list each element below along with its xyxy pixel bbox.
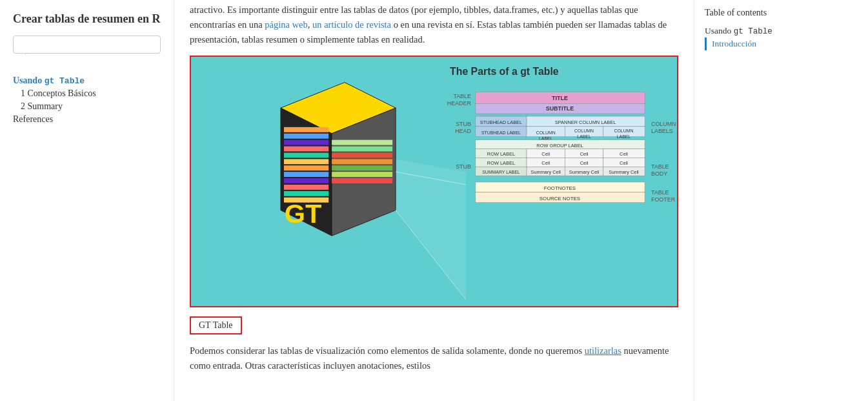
svg-text:Cell: Cell xyxy=(541,151,550,157)
svg-text:LABEL: LABEL xyxy=(577,134,591,138)
svg-text:ROW LABEL: ROW LABEL xyxy=(487,151,515,157)
svg-rect-16 xyxy=(284,190,328,196)
svg-text:SUMMARY LABEL: SUMMARY LABEL xyxy=(482,170,520,174)
svg-text:COLUMN: COLUMN xyxy=(614,128,633,132)
svg-text:STUBHEAD LABEL: STUBHEAD LABEL xyxy=(481,130,521,134)
svg-text:TABLE: TABLE xyxy=(651,163,669,170)
svg-text:STUB: STUB xyxy=(456,163,471,170)
svg-text:SUBTITLE: SUBTITLE xyxy=(546,105,574,112)
svg-rect-21 xyxy=(332,159,392,164)
svg-rect-23 xyxy=(332,172,392,177)
toc-title: Table of contents xyxy=(705,8,858,18)
svg-text:STUBHEAD LABEL: STUBHEAD LABEL xyxy=(480,119,522,125)
svg-rect-15 xyxy=(284,185,328,190)
image-caption: GT Table xyxy=(190,316,242,334)
image-caption-container: GT Table xyxy=(190,316,678,344)
sidebar-item-using-gt[interactable]: Usando gt Table xyxy=(13,74,161,87)
svg-text:GT: GT xyxy=(285,198,322,229)
svg-text:Summary Cell: Summary Cell xyxy=(609,169,639,175)
svg-text:LABELS: LABELS xyxy=(651,127,673,134)
search-wrapper xyxy=(13,36,161,64)
svg-rect-24 xyxy=(332,178,392,183)
gt-diagram-svg: The Parts of a gt Table xyxy=(191,57,677,306)
svg-text:Cell: Cell xyxy=(580,160,589,166)
svg-text:The Parts of a gt Table: The Parts of a gt Table xyxy=(450,65,559,76)
svg-rect-12 xyxy=(284,165,328,170)
svg-text:ROW LABEL: ROW LABEL xyxy=(487,160,515,166)
svg-rect-7 xyxy=(284,133,328,138)
sidebar-item-summary[interactable]: 2 Summary xyxy=(13,100,161,113)
svg-text:Summary Cell: Summary Cell xyxy=(530,169,561,175)
sidebar-item-references[interactable]: References xyxy=(13,113,161,126)
svg-text:TABLE: TABLE xyxy=(651,189,669,195)
search-input[interactable] xyxy=(13,36,161,54)
svg-text:Cell: Cell xyxy=(541,160,550,166)
svg-rect-13 xyxy=(284,172,328,177)
svg-rect-22 xyxy=(332,165,392,170)
sidebar-title: Crear tablas de resumen en R xyxy=(13,12,161,26)
svg-text:BODY: BODY xyxy=(651,170,667,177)
toc-item-using-gt[interactable]: Usando gt Table xyxy=(705,25,858,37)
svg-rect-11 xyxy=(284,159,328,164)
svg-rect-19 xyxy=(332,146,392,151)
link-articulo[interactable]: un artículo de revista xyxy=(312,19,391,30)
svg-rect-8 xyxy=(284,139,328,145)
svg-text:FOOTER: FOOTER xyxy=(651,196,676,202)
toc-item-introduccion[interactable]: Introducción xyxy=(705,37,858,50)
svg-text:FOOTNOTES: FOOTNOTES xyxy=(544,185,576,190)
svg-text:Summary Cell: Summary Cell xyxy=(569,169,600,175)
svg-text:LABEL: LABEL xyxy=(617,134,631,138)
svg-text:SPANNER COLUMN LABEL: SPANNER COLUMN LABEL xyxy=(555,119,616,125)
svg-text:Cell: Cell xyxy=(620,151,628,157)
svg-rect-18 xyxy=(332,139,392,145)
svg-text:TITLE: TITLE xyxy=(552,95,568,101)
link-web[interactable]: página web xyxy=(265,19,307,30)
svg-text:TABLE: TABLE xyxy=(453,93,471,99)
link-utilizarlas[interactable]: utilizarlas xyxy=(585,345,621,356)
caption-label: GT Table xyxy=(199,320,233,330)
gt-diagram-container: The Parts of a gt Table xyxy=(190,56,678,307)
svg-text:COLUMN: COLUMN xyxy=(536,130,556,134)
main-content: atractivo. Es importante distinguir entr… xyxy=(174,0,694,401)
svg-rect-14 xyxy=(284,178,328,183)
sidebar-item-conceptos[interactable]: 1 Conceptos Básicos xyxy=(13,87,161,100)
svg-rect-9 xyxy=(284,146,328,151)
sidebar: Crear tablas de resumen en R Usando gt T… xyxy=(0,0,174,401)
svg-rect-6 xyxy=(284,127,328,132)
svg-text:STUB: STUB xyxy=(456,120,471,127)
svg-text:ROW GROUP LABEL: ROW GROUP LABEL xyxy=(536,142,583,148)
svg-rect-10 xyxy=(284,152,328,158)
svg-rect-20 xyxy=(332,152,392,158)
toc-panel: Table of contents Usando gt Table Introd… xyxy=(694,0,868,401)
svg-text:COLUMN: COLUMN xyxy=(651,120,676,127)
svg-text:HEADER: HEADER xyxy=(447,100,472,107)
svg-text:Cell: Cell xyxy=(580,151,589,157)
bottom-paragraph: Podemos considerar las tablas de visuali… xyxy=(190,344,678,373)
intro-paragraph: atractivo. Es importante distinguir entr… xyxy=(190,0,678,56)
svg-text:SOURCE NOTES: SOURCE NOTES xyxy=(540,195,580,201)
svg-text:Cell: Cell xyxy=(620,160,628,166)
svg-text:COLUMN: COLUMN xyxy=(574,128,594,132)
svg-text:HEAD: HEAD xyxy=(455,127,471,134)
